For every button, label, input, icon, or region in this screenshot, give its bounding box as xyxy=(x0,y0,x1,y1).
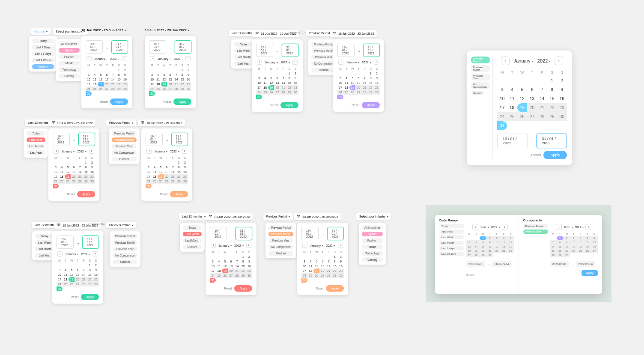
day-cell[interactable]: 16 xyxy=(292,81,298,85)
day-cell[interactable]: 2 xyxy=(338,254,344,259)
day-cell[interactable]: 7 xyxy=(173,72,179,77)
day-cell[interactable]: 9 xyxy=(338,259,344,264)
day-cell[interactable]: 1 xyxy=(547,76,557,85)
day-cell[interactable]: 13 xyxy=(466,245,473,249)
year-select[interactable]: 2021 xyxy=(575,226,584,229)
day-cell[interactable]: 14 xyxy=(362,81,368,85)
preset-item[interactable]: Technology xyxy=(59,67,80,72)
preset-item[interactable]: Previous Month xyxy=(471,65,490,72)
preset-item[interactable]: Custom xyxy=(113,260,137,264)
day-cell[interactable]: 28 xyxy=(170,179,176,184)
day-cell[interactable]: 23 xyxy=(93,277,99,282)
day-cell[interactable]: 11 xyxy=(63,272,69,277)
day-cell[interactable]: 8 xyxy=(87,268,93,272)
day-cell[interactable]: 13 xyxy=(274,81,280,85)
preset-item[interactable]: Last Week xyxy=(35,240,54,245)
day-cell[interactable]: 7 xyxy=(81,268,87,272)
day-cell[interactable]: 25 xyxy=(63,282,69,286)
apply-button[interactable]: Apply xyxy=(110,98,128,105)
day-cell[interactable]: 7 xyxy=(537,85,547,94)
day-cell[interactable]: 21 xyxy=(362,85,368,90)
preset-item[interactable]: No Comparison xyxy=(268,245,293,249)
preset-item[interactable]: Previous Month xyxy=(268,232,293,236)
day-cell[interactable]: 20 xyxy=(104,82,110,87)
day-cell[interactable]: 23 xyxy=(374,85,380,90)
day-cell[interactable]: 27 xyxy=(591,249,598,253)
preset-item[interactable]: Last 7 Days xyxy=(32,45,54,50)
end-date-input[interactable]: 31 / 01 / 2022 xyxy=(175,40,192,54)
day-cell[interactable]: 24 xyxy=(57,282,63,286)
preset-item[interactable]: Previous Year xyxy=(112,144,137,149)
day-cell[interactable]: 4 xyxy=(216,259,222,264)
day-cell[interactable]: 15 xyxy=(176,170,182,174)
day-cell[interactable]: 19 xyxy=(584,245,591,249)
day-cell[interactable]: 10 xyxy=(301,264,307,268)
from-input[interactable]: 2021-06-01 xyxy=(550,261,569,267)
day-cell[interactable]: 11 xyxy=(59,170,65,174)
day-cell[interactable]: 20 xyxy=(71,174,77,179)
day-cell[interactable]: 21 xyxy=(537,103,547,112)
preset-item[interactable]: Previous Period xyxy=(268,225,293,230)
day-cell[interactable]: 7 xyxy=(326,259,332,264)
day-cell[interactable]: 1 xyxy=(368,71,374,76)
year-select[interactable]: 2022 xyxy=(326,244,335,247)
next-month-button[interactable]: › xyxy=(185,56,191,61)
day-cell[interactable]: 25 xyxy=(307,273,313,278)
prev-trigger-4[interactable]: Previous Period xyxy=(263,213,293,220)
day-cell[interactable]: 30 xyxy=(338,273,344,278)
year-select[interactable]: 2022 xyxy=(77,150,86,153)
day-cell[interactable]: 2 xyxy=(122,68,128,72)
day-cell[interactable]: 27 xyxy=(274,90,280,95)
range-trigger-4[interactable]: 18 Jun 2022 - 25 Jun 2022 xyxy=(138,119,185,126)
day-cell[interactable]: 22 xyxy=(116,82,122,87)
start-date-input[interactable]: 19 / 01 / 2022 xyxy=(53,133,70,146)
preset-item[interactable]: Today xyxy=(439,224,464,228)
apply-button[interactable]: Apply xyxy=(581,270,598,276)
day-cell[interactable]: 9 xyxy=(185,72,191,77)
day-cell[interactable]: 30 xyxy=(564,253,570,257)
day-cell[interactable]: 28 xyxy=(326,273,332,278)
day-cell[interactable]: 29 xyxy=(557,253,564,257)
next-month-button[interactable]: › xyxy=(585,224,591,230)
day-cell[interactable]: 31 xyxy=(149,91,155,96)
day-cell[interactable]: 31 xyxy=(53,184,59,188)
day-cell[interactable]: 21 xyxy=(234,268,240,273)
next-month-button[interactable]: › xyxy=(182,149,187,154)
day-cell[interactable]: 26 xyxy=(65,179,71,184)
day-cell[interactable]: 23 xyxy=(486,249,493,253)
day-cell[interactable]: 8 xyxy=(83,165,89,170)
day-cell[interactable]: 17 xyxy=(86,82,92,87)
preset-item[interactable]: Last 4 Weeks xyxy=(32,58,54,63)
day-cell[interactable]: 10 xyxy=(210,264,216,268)
day-cell[interactable]: 13 xyxy=(319,264,325,268)
day-cell[interactable]: 11 xyxy=(307,264,313,268)
day-cell[interactable]: 16 xyxy=(564,245,570,249)
day-cell[interactable]: 11 xyxy=(216,264,222,268)
day-cell[interactable]: 17 xyxy=(337,85,343,90)
preset-item[interactable]: Gaming xyxy=(59,74,80,78)
day-cell[interactable]: 18 xyxy=(155,82,161,87)
preset-item[interactable]: No Comparison xyxy=(311,61,336,66)
day-cell[interactable]: 7 xyxy=(234,259,240,264)
day-cell[interactable]: 2 xyxy=(557,76,567,85)
day-cell[interactable]: 8 xyxy=(480,240,486,245)
year-select[interactable]: 2022 xyxy=(170,150,179,153)
day-cell[interactable]: 9 xyxy=(564,240,570,245)
end-date-input[interactable]: 31 / 01 / 2022 xyxy=(111,40,128,54)
end-date-input[interactable]: 31 / 01 / 2022 xyxy=(327,227,344,240)
day-cell[interactable]: 13 xyxy=(75,272,80,277)
preset-item[interactable]: Last 14 Days xyxy=(32,51,54,56)
day-cell[interactable]: 6 xyxy=(355,76,361,81)
apply-button[interactable]: Apply xyxy=(326,285,344,292)
day-cell[interactable]: 21 xyxy=(326,268,332,273)
day-cell[interactable]: 14 xyxy=(473,245,480,249)
apply-button[interactable]: Apply xyxy=(234,285,252,292)
day-cell[interactable]: 12 xyxy=(268,81,274,85)
day-cell[interactable]: 5 xyxy=(65,165,71,170)
day-cell[interactable]: 7 xyxy=(77,165,83,170)
day-cell[interactable]: 14 xyxy=(81,272,87,277)
day-cell[interactable]: 31 xyxy=(146,184,152,188)
prev-month-button[interactable]: ‹ xyxy=(150,56,155,61)
day-cell[interactable]: 21 xyxy=(280,85,286,90)
day-cell[interactable]: 13 xyxy=(228,264,234,268)
